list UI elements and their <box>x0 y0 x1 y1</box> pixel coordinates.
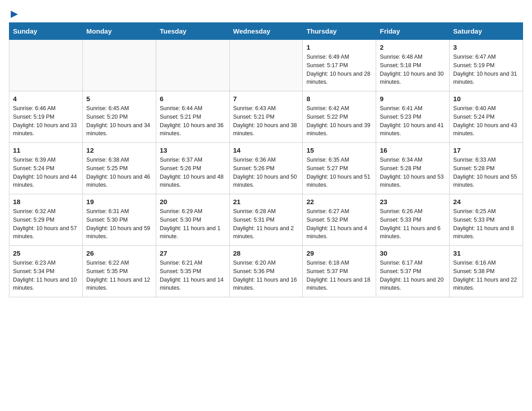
weekday-header-friday: Friday <box>376 23 450 40</box>
day-info: Sunrise: 6:47 AM Sunset: 5:19 PM Dayligh… <box>453 53 519 86</box>
calendar-cell: 29Sunrise: 6:18 AM Sunset: 5:37 PM Dayli… <box>303 246 376 297</box>
calendar-cell: 24Sunrise: 6:25 AM Sunset: 5:33 PM Dayli… <box>450 194 523 246</box>
day-number: 13 <box>160 146 226 154</box>
day-info: Sunrise: 6:43 AM Sunset: 5:21 PM Dayligh… <box>233 104 299 138</box>
calendar-week-row: 25Sunrise: 6:23 AM Sunset: 5:34 PM Dayli… <box>9 246 523 297</box>
calendar-cell: 19Sunrise: 6:31 AM Sunset: 5:30 PM Dayli… <box>82 194 156 246</box>
calendar-header-row: SundayMondayTuesdayWednesdayThursdayFrid… <box>9 23 523 40</box>
calendar-week-row: 1Sunrise: 6:49 AM Sunset: 5:17 PM Daylig… <box>9 40 523 91</box>
day-number: 6 <box>160 95 226 103</box>
day-number: 22 <box>306 198 372 206</box>
day-number: 15 <box>306 146 372 154</box>
calendar-cell <box>229 40 303 91</box>
calendar-cell: 9Sunrise: 6:41 AM Sunset: 5:23 PM Daylig… <box>376 91 450 143</box>
calendar-cell: 5Sunrise: 6:45 AM Sunset: 5:20 PM Daylig… <box>82 91 156 143</box>
day-number: 12 <box>86 146 152 154</box>
calendar-cell: 10Sunrise: 6:40 AM Sunset: 5:24 PM Dayli… <box>450 91 523 143</box>
day-number: 26 <box>86 249 152 257</box>
day-number: 9 <box>380 95 446 103</box>
day-info: Sunrise: 6:45 AM Sunset: 5:20 PM Dayligh… <box>86 104 152 138</box>
day-number: 7 <box>233 95 299 103</box>
calendar-week-row: 4Sunrise: 6:46 AM Sunset: 5:19 PM Daylig… <box>9 91 523 143</box>
calendar-cell <box>156 40 229 91</box>
day-number: 19 <box>86 198 152 206</box>
calendar-cell: 27Sunrise: 6:21 AM Sunset: 5:35 PM Dayli… <box>156 246 229 297</box>
day-number: 23 <box>380 198 446 206</box>
calendar-cell: 21Sunrise: 6:28 AM Sunset: 5:31 PM Dayli… <box>229 194 303 246</box>
calendar-cell <box>9 40 83 91</box>
calendar-cell: 22Sunrise: 6:27 AM Sunset: 5:32 PM Dayli… <box>303 194 376 246</box>
svg-marker-0 <box>11 11 18 18</box>
calendar-cell: 8Sunrise: 6:42 AM Sunset: 5:22 PM Daylig… <box>303 91 376 143</box>
day-number: 11 <box>13 146 79 154</box>
day-number: 14 <box>233 146 299 154</box>
day-number: 27 <box>160 249 226 257</box>
day-info: Sunrise: 6:35 AM Sunset: 5:27 PM Dayligh… <box>306 156 372 189</box>
day-info: Sunrise: 6:48 AM Sunset: 5:18 PM Dayligh… <box>380 53 446 86</box>
day-number: 18 <box>13 198 79 206</box>
day-number: 1 <box>306 43 372 51</box>
calendar-cell: 17Sunrise: 6:33 AM Sunset: 5:28 PM Dayli… <box>450 143 523 194</box>
day-info: Sunrise: 6:39 AM Sunset: 5:24 PM Dayligh… <box>13 156 79 189</box>
calendar-cell: 3Sunrise: 6:47 AM Sunset: 5:19 PM Daylig… <box>450 40 523 91</box>
day-number: 25 <box>13 249 79 257</box>
calendar-cell: 26Sunrise: 6:22 AM Sunset: 5:35 PM Dayli… <box>82 246 156 297</box>
calendar-cell: 1Sunrise: 6:49 AM Sunset: 5:17 PM Daylig… <box>303 40 376 91</box>
day-info: Sunrise: 6:37 AM Sunset: 5:26 PM Dayligh… <box>160 156 226 189</box>
weekday-header-monday: Monday <box>82 23 156 40</box>
day-info: Sunrise: 6:22 AM Sunset: 5:35 PM Dayligh… <box>86 259 152 292</box>
day-info: Sunrise: 6:41 AM Sunset: 5:23 PM Dayligh… <box>380 104 446 138</box>
calendar-cell: 18Sunrise: 6:32 AM Sunset: 5:29 PM Dayli… <box>9 194 83 246</box>
day-info: Sunrise: 6:20 AM Sunset: 5:36 PM Dayligh… <box>233 259 299 292</box>
weekday-header-saturday: Saturday <box>450 23 523 40</box>
weekday-header-wednesday: Wednesday <box>229 23 303 40</box>
day-info: Sunrise: 6:46 AM Sunset: 5:19 PM Dayligh… <box>13 104 79 138</box>
calendar-cell: 6Sunrise: 6:44 AM Sunset: 5:21 PM Daylig… <box>156 91 229 143</box>
day-number: 3 <box>453 43 519 51</box>
day-info: Sunrise: 6:23 AM Sunset: 5:34 PM Dayligh… <box>13 259 79 292</box>
day-info: Sunrise: 6:42 AM Sunset: 5:22 PM Dayligh… <box>306 104 372 138</box>
day-info: Sunrise: 6:34 AM Sunset: 5:28 PM Dayligh… <box>380 156 446 189</box>
calendar-cell: 30Sunrise: 6:17 AM Sunset: 5:37 PM Dayli… <box>376 246 450 297</box>
calendar-cell: 15Sunrise: 6:35 AM Sunset: 5:27 PM Dayli… <box>303 143 376 194</box>
day-info: Sunrise: 6:33 AM Sunset: 5:28 PM Dayligh… <box>453 156 519 189</box>
day-info: Sunrise: 6:26 AM Sunset: 5:33 PM Dayligh… <box>380 207 446 241</box>
logo <box>9 9 19 17</box>
day-info: Sunrise: 6:32 AM Sunset: 5:29 PM Dayligh… <box>13 207 79 241</box>
calendar-cell: 16Sunrise: 6:34 AM Sunset: 5:28 PM Dayli… <box>376 143 450 194</box>
day-info: Sunrise: 6:31 AM Sunset: 5:30 PM Dayligh… <box>86 207 152 241</box>
day-info: Sunrise: 6:44 AM Sunset: 5:21 PM Dayligh… <box>160 104 226 138</box>
calendar-cell: 12Sunrise: 6:38 AM Sunset: 5:25 PM Dayli… <box>82 143 156 194</box>
day-info: Sunrise: 6:29 AM Sunset: 5:30 PM Dayligh… <box>160 207 226 241</box>
day-info: Sunrise: 6:17 AM Sunset: 5:37 PM Dayligh… <box>380 259 446 292</box>
calendar-cell: 28Sunrise: 6:20 AM Sunset: 5:36 PM Dayli… <box>229 246 303 297</box>
page-header <box>9 9 523 17</box>
day-number: 2 <box>380 43 446 51</box>
day-number: 5 <box>86 95 152 103</box>
weekday-header-sunday: Sunday <box>9 23 83 40</box>
calendar-cell: 31Sunrise: 6:16 AM Sunset: 5:38 PM Dayli… <box>450 246 523 297</box>
day-info: Sunrise: 6:16 AM Sunset: 5:38 PM Dayligh… <box>453 259 519 292</box>
day-number: 8 <box>306 95 372 103</box>
calendar-week-row: 18Sunrise: 6:32 AM Sunset: 5:29 PM Dayli… <box>9 194 523 246</box>
day-number: 28 <box>233 249 299 257</box>
day-number: 29 <box>306 249 372 257</box>
calendar-cell: 11Sunrise: 6:39 AM Sunset: 5:24 PM Dayli… <box>9 143 83 194</box>
day-info: Sunrise: 6:21 AM Sunset: 5:35 PM Dayligh… <box>160 259 226 292</box>
day-number: 10 <box>453 95 519 103</box>
day-info: Sunrise: 6:27 AM Sunset: 5:32 PM Dayligh… <box>306 207 372 241</box>
calendar-cell: 25Sunrise: 6:23 AM Sunset: 5:34 PM Dayli… <box>9 246 83 297</box>
day-info: Sunrise: 6:36 AM Sunset: 5:26 PM Dayligh… <box>233 156 299 189</box>
calendar-cell: 23Sunrise: 6:26 AM Sunset: 5:33 PM Dayli… <box>376 194 450 246</box>
day-number: 24 <box>453 198 519 206</box>
day-number: 20 <box>160 198 226 206</box>
calendar-cell: 13Sunrise: 6:37 AM Sunset: 5:26 PM Dayli… <box>156 143 229 194</box>
day-number: 4 <box>13 95 79 103</box>
calendar-cell: 14Sunrise: 6:36 AM Sunset: 5:26 PM Dayli… <box>229 143 303 194</box>
day-number: 31 <box>453 249 519 257</box>
day-info: Sunrise: 6:25 AM Sunset: 5:33 PM Dayligh… <box>453 207 519 241</box>
day-number: 17 <box>453 146 519 154</box>
day-info: Sunrise: 6:40 AM Sunset: 5:24 PM Dayligh… <box>453 104 519 138</box>
calendar-cell: 20Sunrise: 6:29 AM Sunset: 5:30 PM Dayli… <box>156 194 229 246</box>
day-number: 21 <box>233 198 299 206</box>
